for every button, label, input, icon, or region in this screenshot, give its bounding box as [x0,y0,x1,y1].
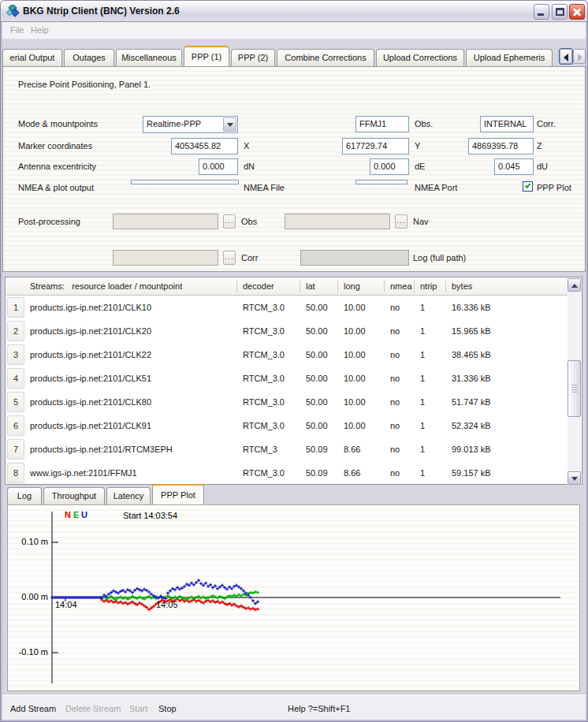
marker-x-field[interactable]: 4053455.82 [171,138,238,154]
obs-mountpoint-field[interactable]: FFMJ1 [355,116,409,132]
minimize-button[interactable] [534,4,549,20]
tab-miscellaneous[interactable]: Miscellaneous [116,49,182,66]
title-bar[interactable]: BKG Ntrip Client (BNC) Version 2.6 [1,1,587,22]
table-row[interactable]: 7products.igs-ip.net:2101/RTCM3EPHRTCM_3… [6,437,568,461]
help-shortcut-label[interactable]: Help ?=Shift+F1 [288,704,351,713]
tab-throughput[interactable]: Throughput [43,487,105,504]
post-corr-field[interactable] [113,250,218,266]
antenna-de-field[interactable]: 0.000 [370,158,409,175]
tab-upload-ephemeris[interactable]: Upload Ephemeris [466,49,553,66]
cell-nmea: no [390,414,400,437]
column-header-3[interactable]: long [344,281,360,291]
tab-log[interactable]: Log [7,487,42,504]
cell-mountpoint: products.igs-ip.net:2101/CLK51 [30,367,151,390]
delete-stream-button[interactable]: Delete Stream [65,704,121,713]
stop-button[interactable]: Stop [158,704,177,713]
menu-bar: File Help [2,22,586,39]
cell-ntrip: 1 [420,296,425,319]
ytick-000: 0.00 m [8,592,48,601]
tab-upload-corrections[interactable]: Upload Corrections [376,49,464,66]
ppp-plot-checkbox[interactable] [523,181,533,192]
tab-erial-output[interactable]: erial Output [2,49,62,66]
post-obs-browse-button[interactable]: ... [223,214,236,229]
close-button[interactable] [569,4,585,20]
cell-long: 10.00 [344,296,366,319]
row-number[interactable]: 2 [7,321,24,341]
scroll-down-button[interactable] [568,471,581,485]
antenna-dn-field[interactable]: 0.000 [199,158,238,175]
column-header-5[interactable]: ntrip [420,281,437,291]
table-body: 1products.igs-ip.net:2101/CLK10RTCM_3.05… [6,296,568,483]
post-nav-browse-button[interactable]: ... [395,214,408,229]
cell-long: 10.00 [344,390,366,414]
mode-combobox[interactable]: Realtime-PPP [143,116,238,133]
cell-mountpoint: www.igs-ip.net:2101/FFMJ1 [30,461,137,483]
column-header-2[interactable]: lat [306,281,315,291]
corr-mountpoint-field[interactable]: INTERNAL [480,116,534,132]
row-number[interactable]: 5 [7,392,24,412]
panel-caption: Precise Point Positioning, Panel 1. [18,80,151,89]
marker-coordinates-label: Marker coordinates [18,141,92,151]
cell-nmea: no [390,319,400,343]
marker-z-field[interactable]: 4869395.78 [468,138,534,154]
antenna-du-field[interactable]: 0.045 [494,158,534,175]
nmea-port-field[interactable] [355,180,408,184]
cell-lat: 50.00 [306,296,328,319]
nmea-file-field[interactable] [131,180,239,184]
minimize-icon [538,13,544,16]
column-header-0[interactable]: Streams: resource loader / mountpoint [30,281,182,291]
table-row[interactable]: 5products.igs-ip.net:2101/CLK80RTCM_3.05… [6,390,568,414]
table-scrollbar[interactable] [568,278,581,485]
scrollbar-thumb[interactable] [568,360,581,417]
table-row[interactable]: 1products.igs-ip.net:2101/CLK10RTCM_3.05… [6,296,568,319]
column-header-6[interactable]: bytes [452,281,472,291]
tab-combine-corrections[interactable]: Combine Corrections [277,49,374,66]
tab-scroll-left-button[interactable] [560,49,572,64]
header-separator [236,281,237,292]
row-number[interactable]: 8 [7,463,24,483]
row-number[interactable]: 1 [7,297,24,318]
legend-n: N [65,510,71,519]
corr-label: Corr. [537,119,556,128]
table-row[interactable]: 8www.igs-ip.net:2101/FFMJ1RTCM_3.050.098… [6,461,568,483]
table-row[interactable]: 6products.igs-ip.net:2101/CLK91RTCM_3.05… [6,414,568,437]
tab-ppp-2-[interactable]: PPP (2) [231,49,275,66]
row-number[interactable]: 6 [7,415,24,436]
cell-lat: 50.00 [306,367,328,390]
combo-dropdown-icon[interactable] [223,117,236,132]
post-corr-browse-button[interactable]: ... [223,251,236,265]
column-header-1[interactable]: decoder [243,281,274,291]
tab-latency[interactable]: Latency [106,487,151,504]
cell-lat: 50.00 [306,343,328,367]
post-obs-field[interactable] [113,214,218,229]
row-number[interactable]: 7 [7,439,24,460]
add-stream-button[interactable]: Add Stream [10,704,56,713]
streams-table: Streams: resource loader / mountpointdec… [5,277,582,485]
tab-ppp-1-[interactable]: PPP (1) [184,46,229,66]
tab-scroll-right-button[interactable] [573,49,586,64]
tab-ppp-plot[interactable]: PPP Plot [152,484,204,504]
series-N [100,597,259,611]
arrow-down-icon [571,477,578,481]
status-bar: Add Stream Delete Stream Start Stop Help… [2,694,586,720]
start-button[interactable]: Start [129,704,147,713]
menu-file[interactable]: File [10,25,24,35]
scroll-up-button[interactable] [568,278,581,292]
cell-ntrip: 1 [420,461,425,483]
legend-e: E [73,510,79,519]
tab-outages[interactable]: Outages [64,49,114,66]
marker-y-field[interactable]: 617729.74 [342,138,409,154]
post-log-field[interactable] [300,250,409,266]
maximize-button[interactable] [552,4,568,20]
row-number[interactable]: 3 [7,344,24,365]
table-row[interactable]: 3products.igs-ip.net:2101/CLK22RTCM_3.05… [6,343,568,367]
column-header-4[interactable]: nmea [390,281,412,291]
table-row[interactable]: 2products.igs-ip.net:2101/CLK20RTCM_3.05… [6,319,568,343]
table-row[interactable]: 4products.igs-ip.net:2101/CLK51RTCM_3.05… [6,367,568,390]
cell-nmea: no [390,296,400,319]
post-nav-field[interactable] [285,214,390,229]
post-obs-label: Obs [241,217,257,226]
cell-decoder: RTCM_3.0 [243,390,285,414]
row-number[interactable]: 4 [7,368,24,389]
menu-help[interactable]: Help [31,25,49,35]
